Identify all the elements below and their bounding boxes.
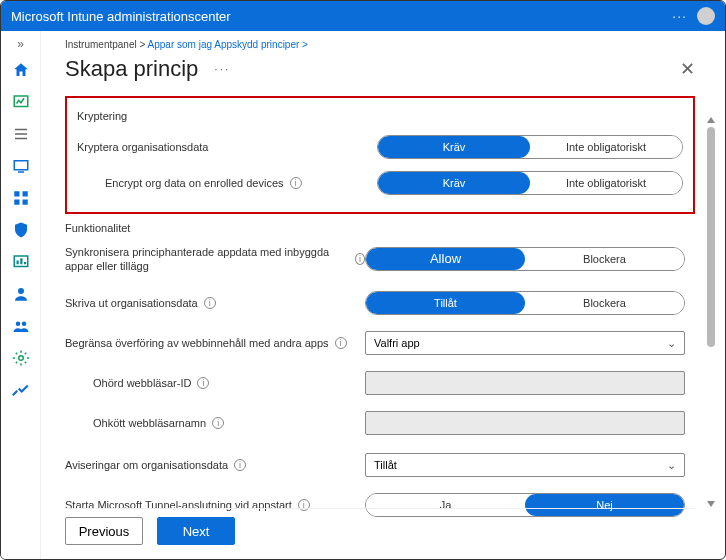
notify-select[interactable]: Tillåt ⌄ — [365, 453, 685, 477]
scroll-thumb[interactable] — [707, 127, 715, 347]
seg-no[interactable]: Nej — [525, 494, 684, 516]
seg-allow[interactable]: Allow — [366, 248, 525, 270]
browser-id-label: Ohörd webbläsar-ID i — [65, 377, 365, 389]
next-button[interactable]: Next — [157, 517, 235, 545]
content-pane: Instrumentpanel > Appar som jag Appskydd… — [41, 31, 725, 559]
tunnel-toggle[interactable]: Ja Nej — [365, 493, 685, 517]
troubleshoot-icon[interactable] — [12, 381, 30, 403]
seg-not-required[interactable]: Inte obligatoriskt — [530, 172, 682, 194]
seg-block[interactable]: Blockera — [525, 248, 684, 270]
tunnel-label: Starta Microsoft Tunnel-anslutning vid a… — [65, 498, 365, 512]
svg-rect-4 — [14, 200, 19, 205]
restrict-label: Begränsa överföring av webbinnehåll med … — [65, 336, 365, 350]
titlebar-more-icon[interactable]: ··· — [672, 8, 687, 24]
titlebar: Microsoft Intune administrationscenter ·… — [1, 1, 725, 31]
scrollbar[interactable] — [707, 127, 715, 499]
svg-rect-7 — [16, 261, 18, 265]
page-title: Skapa princip — [65, 56, 198, 82]
devices-icon[interactable] — [12, 157, 30, 179]
svg-rect-8 — [20, 258, 22, 264]
nav-rail: » — [1, 31, 41, 559]
chevron-down-icon: ⌄ — [667, 459, 676, 472]
info-icon[interactable]: i — [298, 499, 310, 511]
apps-icon[interactable] — [12, 189, 30, 211]
encrypt-enrolled-label: Encrypt org data on enrolled devices i — [77, 177, 377, 189]
page-more-icon[interactable]: ··· — [214, 62, 230, 76]
encryption-highlight: Kryptering Kryptera organisationsdata Kr… — [65, 96, 695, 214]
tenant-admin-icon[interactable] — [12, 349, 30, 371]
svg-point-13 — [18, 356, 23, 361]
scroll-up-icon[interactable] — [707, 117, 715, 123]
info-icon[interactable]: i — [234, 459, 246, 471]
seg-require[interactable]: Kräv — [378, 136, 530, 158]
info-icon[interactable]: i — [212, 417, 224, 429]
print-toggle[interactable]: Tillåt Blockera — [365, 291, 685, 315]
close-icon[interactable]: ✕ — [680, 58, 695, 80]
svg-point-11 — [15, 322, 20, 327]
sync-label: Synkronisera principhanterade appdata me… — [65, 245, 365, 274]
info-icon[interactable]: i — [197, 377, 209, 389]
seg-allow[interactable]: Tillåt — [366, 292, 525, 314]
wizard-footer: Previous Next — [65, 517, 235, 545]
scroll-down-icon[interactable] — [707, 501, 715, 507]
info-icon[interactable]: i — [204, 297, 216, 309]
svg-point-12 — [21, 322, 26, 327]
previous-button[interactable]: Previous — [65, 517, 143, 545]
rail-expand-icon[interactable]: » — [17, 37, 24, 51]
breadcrumb-link[interactable]: Appar som jag Appskydd principer > — [148, 39, 308, 50]
encrypt-org-data-label: Kryptera organisationsdata — [77, 141, 377, 153]
svg-rect-0 — [14, 96, 28, 107]
svg-rect-2 — [14, 191, 19, 196]
app-title: Microsoft Intune administrationscenter — [11, 9, 231, 24]
encrypt-enrolled-toggle[interactable]: Kräv Inte obligatoriskt — [377, 171, 683, 195]
svg-rect-9 — [24, 262, 26, 264]
svg-rect-1 — [14, 161, 28, 170]
groups-icon[interactable] — [12, 317, 30, 339]
reports-icon[interactable] — [12, 253, 30, 275]
info-icon[interactable]: i — [355, 253, 365, 265]
breadcrumb: Instrumentpanel > Appar som jag Appskydd… — [65, 39, 695, 50]
restrict-select[interactable]: Valfri app ⌄ — [365, 331, 685, 355]
print-label: Skriva ut organisationsdata i — [65, 297, 365, 309]
endpoint-security-icon[interactable] — [12, 221, 30, 243]
browser-name-input[interactable] — [365, 411, 685, 435]
svg-rect-5 — [22, 200, 27, 205]
form-area: Kryptering Kryptera organisationsdata Kr… — [65, 96, 695, 520]
chevron-down-icon: ⌄ — [667, 337, 676, 350]
seg-block[interactable]: Blockera — [525, 292, 684, 314]
sync-toggle[interactable]: Allow Blockera — [365, 247, 685, 271]
encrypt-org-data-toggle[interactable]: Kräv Inte obligatoriskt — [377, 135, 683, 159]
seg-not-required[interactable]: Inte obligatoriskt — [530, 136, 682, 158]
browser-name-label: Ohkött webbläsarnamn i — [65, 417, 365, 429]
info-icon[interactable]: i — [290, 177, 302, 189]
users-icon[interactable] — [12, 285, 30, 307]
dashboard-icon[interactable] — [12, 93, 30, 115]
section-encryption: Kryptering — [77, 110, 683, 122]
footer-separator — [65, 508, 695, 509]
section-functionality: Funktionalitet — [65, 222, 695, 234]
notify-label: Aviseringar om organisationsdata i — [65, 459, 365, 471]
info-icon[interactable]: i — [335, 337, 347, 349]
browser-id-input[interactable] — [365, 371, 685, 395]
svg-point-10 — [18, 288, 24, 294]
user-avatar[interactable] — [697, 7, 715, 25]
svg-rect-3 — [22, 191, 27, 196]
all-services-icon[interactable] — [12, 125, 30, 147]
home-icon[interactable] — [12, 61, 30, 83]
seg-yes[interactable]: Ja — [366, 494, 525, 516]
seg-require[interactable]: Kräv — [378, 172, 530, 194]
